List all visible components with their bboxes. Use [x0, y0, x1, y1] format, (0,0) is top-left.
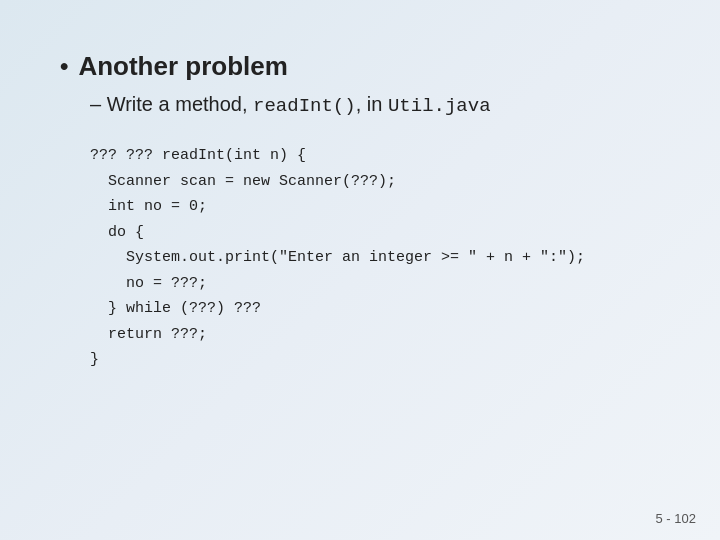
code-line-4: System.out.print("Enter an integer >= " …	[90, 245, 660, 271]
slide-number: 5 - 102	[656, 511, 696, 526]
bullet-dot: •	[60, 50, 68, 81]
code-line-6: } while (???) ???	[90, 296, 660, 322]
sub-heading: – Write a method, readInt(), in Util.jav…	[90, 90, 660, 120]
code-line-0: ??? ??? readInt(int n) {	[90, 143, 660, 169]
subheading-mono2: Util.java	[388, 95, 491, 117]
subheading-prefix: – Write a method,	[90, 93, 253, 115]
code-line-1: Scanner scan = new Scanner(???);	[90, 169, 660, 195]
bullet-heading: • Another problem	[60, 50, 660, 84]
code-line-7: return ???;	[90, 322, 660, 348]
subheading-middle: , in	[356, 93, 388, 115]
code-line-2: int no = 0;	[90, 194, 660, 220]
code-block: ??? ??? readInt(int n) { Scanner scan = …	[90, 143, 660, 373]
slide-container: • Another problem – Write a method, read…	[0, 0, 720, 540]
code-line-3: do {	[90, 220, 660, 246]
code-line-5: no = ???;	[90, 271, 660, 297]
heading-text: Another problem	[78, 50, 287, 84]
code-line-8: }	[90, 347, 660, 373]
subheading-mono1: readInt()	[253, 95, 356, 117]
